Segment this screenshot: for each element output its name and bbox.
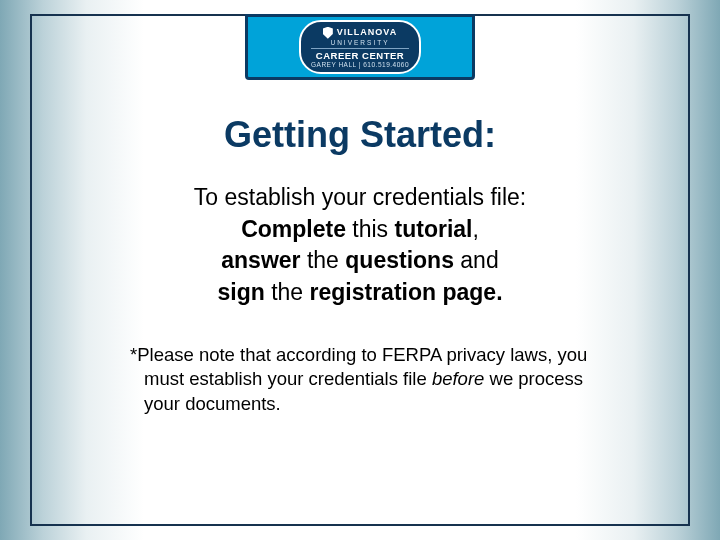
- body-l2-bold1: Complete: [241, 216, 346, 242]
- slide-stage: VILLANOVA UNIVERSITY CAREER CENTER GAREY…: [0, 0, 720, 540]
- body-l2-plain1: this: [346, 216, 395, 242]
- body-l2-bold2: tutorial: [395, 216, 473, 242]
- logo-university-name: VILLANOVA: [337, 28, 397, 37]
- logo-university-sub: UNIVERSITY: [311, 40, 409, 47]
- body-l3-plain1: the: [301, 247, 346, 273]
- body-l2-plain2: ,: [472, 216, 478, 242]
- header-logo-box: VILLANOVA UNIVERSITY CAREER CENTER GAREY…: [245, 14, 475, 80]
- note-emphasis: before: [432, 368, 484, 389]
- body-l4-bold1: sign: [217, 279, 264, 305]
- slide-title: Getting Started:: [88, 114, 632, 156]
- body-l3-plain2: and: [454, 247, 499, 273]
- logo-contact: GAREY HALL | 610.519.4060: [311, 62, 409, 69]
- ferpa-note: *Please note that according to FERPA pri…: [122, 343, 632, 416]
- body-line-1: To establish your credentials file:: [88, 182, 632, 214]
- body-line-3: answer the questions and: [88, 245, 632, 277]
- villanova-logo: VILLANOVA UNIVERSITY CAREER CENTER GAREY…: [299, 20, 421, 75]
- shield-icon: [323, 27, 333, 39]
- logo-divider: [311, 48, 409, 49]
- body-l4-plain1: the: [265, 279, 310, 305]
- body-text: To establish your credentials file: Comp…: [88, 182, 632, 309]
- body-l4-bold2: registration page.: [310, 279, 503, 305]
- slide-content: Getting Started: To establish your crede…: [30, 90, 690, 526]
- logo-department: CAREER CENTER: [311, 51, 409, 61]
- body-l3-bold1: answer: [221, 247, 300, 273]
- body-l3-bold2: questions: [345, 247, 454, 273]
- body-line-2: Complete this tutorial,: [88, 214, 632, 246]
- body-line-4: sign the registration page.: [88, 277, 632, 309]
